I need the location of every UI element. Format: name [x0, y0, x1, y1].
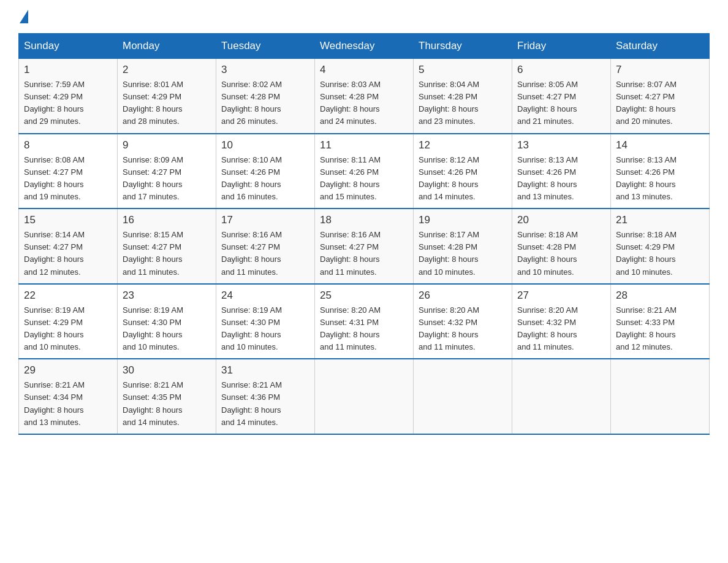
week-row-3: 15Sunrise: 8:14 AMSunset: 4:27 PMDayligh…: [19, 209, 710, 284]
calendar-header-row: SundayMondayTuesdayWednesdayThursdayFrid…: [19, 34, 710, 59]
day-cell: [414, 359, 512, 434]
day-info: Sunrise: 8:02 AMSunset: 4:28 PMDaylight:…: [221, 80, 282, 126]
day-info: Sunrise: 8:20 AMSunset: 4:32 PMDaylight:…: [419, 305, 479, 351]
day-info: Sunrise: 8:07 AMSunset: 4:27 PMDaylight:…: [616, 80, 677, 126]
day-cell: 31Sunrise: 8:21 AMSunset: 4:36 PMDayligh…: [216, 359, 315, 434]
logo: [18, 12, 28, 21]
day-cell: 30Sunrise: 8:21 AMSunset: 4:35 PMDayligh…: [118, 359, 216, 434]
day-number: 30: [123, 364, 211, 377]
day-cell: 23Sunrise: 8:19 AMSunset: 4:30 PMDayligh…: [118, 284, 216, 359]
day-number: 20: [517, 214, 605, 226]
day-info: Sunrise: 8:12 AMSunset: 4:26 PMDaylight:…: [419, 155, 479, 201]
calendar-table: SundayMondayTuesdayWednesdayThursdayFrid…: [18, 33, 710, 435]
day-cell: 26Sunrise: 8:20 AMSunset: 4:32 PMDayligh…: [414, 284, 512, 359]
day-info: Sunrise: 8:21 AMSunset: 4:35 PMDaylight:…: [123, 380, 183, 426]
day-number: 3: [221, 64, 309, 76]
day-cell: 13Sunrise: 8:13 AMSunset: 4:26 PMDayligh…: [512, 134, 611, 209]
day-number: 9: [123, 139, 211, 151]
day-info: Sunrise: 8:05 AMSunset: 4:27 PMDaylight:…: [517, 80, 578, 126]
day-number: 18: [320, 214, 408, 226]
day-number: 17: [221, 214, 309, 226]
day-info: Sunrise: 8:19 AMSunset: 4:30 PMDaylight:…: [221, 305, 282, 351]
day-info: Sunrise: 8:21 AMSunset: 4:36 PMDaylight:…: [221, 380, 282, 426]
day-cell: [611, 359, 710, 434]
logo-triangle-icon: [20, 10, 28, 23]
day-number: 13: [517, 139, 605, 151]
col-header-wednesday: Wednesday: [315, 34, 414, 59]
day-cell: 8Sunrise: 8:08 AMSunset: 4:27 PMDaylight…: [19, 134, 118, 209]
day-info: Sunrise: 8:10 AMSunset: 4:26 PMDaylight:…: [221, 155, 282, 201]
day-number: 24: [221, 289, 309, 302]
week-row-2: 8Sunrise: 8:08 AMSunset: 4:27 PMDaylight…: [19, 134, 710, 209]
day-info: Sunrise: 8:01 AMSunset: 4:29 PMDaylight:…: [123, 80, 183, 126]
day-number: 23: [123, 289, 211, 302]
day-cell: 6Sunrise: 8:05 AMSunset: 4:27 PMDaylight…: [512, 59, 611, 134]
day-cell: 10Sunrise: 8:10 AMSunset: 4:26 PMDayligh…: [216, 134, 315, 209]
day-info: Sunrise: 8:08 AMSunset: 4:27 PMDaylight:…: [24, 155, 85, 201]
day-number: 19: [419, 214, 507, 226]
day-number: 16: [123, 214, 211, 226]
day-info: Sunrise: 8:16 AMSunset: 4:27 PMDaylight:…: [320, 230, 381, 276]
day-cell: 22Sunrise: 8:19 AMSunset: 4:29 PMDayligh…: [19, 284, 118, 359]
day-cell: 3Sunrise: 8:02 AMSunset: 4:28 PMDaylight…: [216, 59, 315, 134]
day-cell: 1Sunrise: 7:59 AMSunset: 4:29 PMDaylight…: [19, 59, 118, 134]
day-info: Sunrise: 8:11 AMSunset: 4:26 PMDaylight:…: [320, 155, 381, 201]
day-number: 12: [419, 139, 507, 151]
day-cell: 5Sunrise: 8:04 AMSunset: 4:28 PMDaylight…: [414, 59, 512, 134]
day-cell: 17Sunrise: 8:16 AMSunset: 4:27 PMDayligh…: [216, 209, 315, 284]
day-number: 5: [419, 64, 507, 76]
day-info: Sunrise: 8:19 AMSunset: 4:30 PMDaylight:…: [123, 305, 183, 351]
day-cell: 25Sunrise: 8:20 AMSunset: 4:31 PMDayligh…: [315, 284, 414, 359]
day-info: Sunrise: 8:18 AMSunset: 4:29 PMDaylight:…: [616, 230, 677, 276]
day-number: 31: [221, 364, 309, 377]
day-number: 28: [616, 289, 704, 302]
day-number: 6: [517, 64, 605, 76]
col-header-saturday: Saturday: [611, 34, 710, 59]
day-cell: 4Sunrise: 8:03 AMSunset: 4:28 PMDaylight…: [315, 59, 414, 134]
day-cell: 28Sunrise: 8:21 AMSunset: 4:33 PMDayligh…: [611, 284, 710, 359]
day-cell: 11Sunrise: 8:11 AMSunset: 4:26 PMDayligh…: [315, 134, 414, 209]
day-number: 2: [123, 64, 211, 76]
day-cell: 15Sunrise: 8:14 AMSunset: 4:27 PMDayligh…: [19, 209, 118, 284]
col-header-tuesday: Tuesday: [216, 34, 315, 59]
week-row-5: 29Sunrise: 8:21 AMSunset: 4:34 PMDayligh…: [19, 359, 710, 434]
day-cell: [512, 359, 611, 434]
day-number: 26: [419, 289, 507, 302]
col-header-monday: Monday: [118, 34, 216, 59]
col-header-friday: Friday: [512, 34, 611, 59]
day-info: Sunrise: 8:04 AMSunset: 4:28 PMDaylight:…: [419, 80, 479, 126]
day-info: Sunrise: 8:18 AMSunset: 4:28 PMDaylight:…: [517, 230, 578, 276]
col-header-thursday: Thursday: [414, 34, 512, 59]
day-info: Sunrise: 8:16 AMSunset: 4:27 PMDaylight:…: [221, 230, 282, 276]
day-info: Sunrise: 8:20 AMSunset: 4:31 PMDaylight:…: [320, 305, 381, 351]
day-cell: 9Sunrise: 8:09 AMSunset: 4:27 PMDaylight…: [118, 134, 216, 209]
day-info: Sunrise: 7:59 AMSunset: 4:29 PMDaylight:…: [24, 80, 85, 126]
day-info: Sunrise: 8:13 AMSunset: 4:26 PMDaylight:…: [616, 155, 677, 201]
day-info: Sunrise: 8:03 AMSunset: 4:28 PMDaylight:…: [320, 80, 381, 126]
day-info: Sunrise: 8:13 AMSunset: 4:26 PMDaylight:…: [517, 155, 578, 201]
day-number: 15: [24, 214, 112, 226]
day-number: 27: [517, 289, 605, 302]
day-cell: 7Sunrise: 8:07 AMSunset: 4:27 PMDaylight…: [611, 59, 710, 134]
day-info: Sunrise: 8:15 AMSunset: 4:27 PMDaylight:…: [123, 230, 183, 276]
week-row-4: 22Sunrise: 8:19 AMSunset: 4:29 PMDayligh…: [19, 284, 710, 359]
day-number: 4: [320, 64, 408, 76]
day-cell: 29Sunrise: 8:21 AMSunset: 4:34 PMDayligh…: [19, 359, 118, 434]
day-info: Sunrise: 8:14 AMSunset: 4:27 PMDaylight:…: [24, 230, 85, 276]
day-number: 11: [320, 139, 408, 151]
day-info: Sunrise: 8:20 AMSunset: 4:32 PMDaylight:…: [517, 305, 578, 351]
day-info: Sunrise: 8:21 AMSunset: 4:34 PMDaylight:…: [24, 380, 85, 426]
day-cell: [315, 359, 414, 434]
day-cell: 27Sunrise: 8:20 AMSunset: 4:32 PMDayligh…: [512, 284, 611, 359]
day-cell: 20Sunrise: 8:18 AMSunset: 4:28 PMDayligh…: [512, 209, 611, 284]
day-cell: 18Sunrise: 8:16 AMSunset: 4:27 PMDayligh…: [315, 209, 414, 284]
day-info: Sunrise: 8:19 AMSunset: 4:29 PMDaylight:…: [24, 305, 85, 351]
day-cell: 12Sunrise: 8:12 AMSunset: 4:26 PMDayligh…: [414, 134, 512, 209]
day-number: 8: [24, 139, 112, 151]
day-number: 21: [616, 214, 704, 226]
day-number: 1: [24, 64, 112, 76]
day-cell: 2Sunrise: 8:01 AMSunset: 4:29 PMDaylight…: [118, 59, 216, 134]
day-number: 7: [616, 64, 704, 76]
day-cell: 19Sunrise: 8:17 AMSunset: 4:28 PMDayligh…: [414, 209, 512, 284]
week-row-1: 1Sunrise: 7:59 AMSunset: 4:29 PMDaylight…: [19, 59, 710, 134]
